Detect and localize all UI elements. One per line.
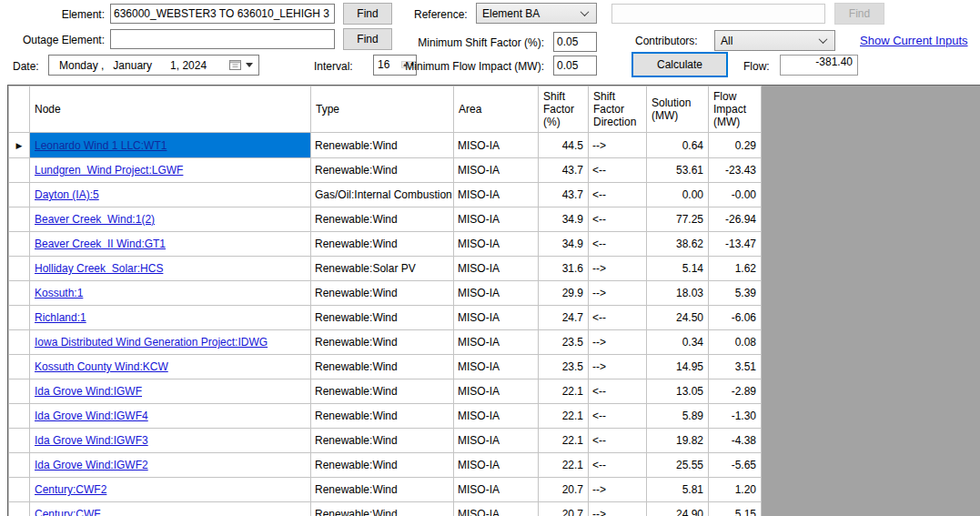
flow-impact-cell[interactable]: -23.43 xyxy=(709,158,762,183)
flow-impact-cell[interactable]: -2.89 xyxy=(709,379,762,404)
area-cell[interactable]: MISO-IA xyxy=(454,453,539,478)
solution-cell[interactable]: 38.62 xyxy=(647,232,709,257)
node-link[interactable]: Lundgren Wind Project:LGWF xyxy=(35,164,183,177)
node-cell[interactable]: Beaver Creek II Wind:GT1 xyxy=(30,232,311,257)
node-link[interactable]: Holliday Creek Solar:HCS xyxy=(35,262,163,275)
area-cell[interactable]: MISO-IA xyxy=(454,183,539,207)
column-header-type[interactable]: Type xyxy=(311,86,454,133)
node-cell[interactable]: Ida Grove Wind:IGWF3 xyxy=(30,429,311,453)
node-link[interactable]: Ida Grove Wind:IGWF4 xyxy=(35,410,148,422)
solution-cell[interactable]: 5.81 xyxy=(647,478,709,502)
solution-cell[interactable]: 18.03 xyxy=(647,281,709,306)
shift-factor-cell[interactable]: 43.7 xyxy=(539,183,589,207)
shift-factor-direction-cell[interactable]: --> xyxy=(589,478,647,502)
shift-factor-direction-cell[interactable]: <-- xyxy=(589,379,647,404)
node-cell[interactable]: Kossuth:1 xyxy=(30,281,311,306)
shift-factor-cell[interactable]: 31.6 xyxy=(539,257,589,281)
row-selector-cell[interactable] xyxy=(9,158,30,183)
flow-impact-cell[interactable]: 0.29 xyxy=(709,133,762,158)
min-shift-factor-input[interactable] xyxy=(553,32,597,52)
shift-factor-direction-cell[interactable]: <-- xyxy=(589,453,647,478)
area-cell[interactable]: MISO-IA xyxy=(454,478,539,502)
area-cell[interactable]: MISO-IA xyxy=(454,257,539,281)
node-cell[interactable]: Holliday Creek Solar:HCS xyxy=(30,257,311,281)
type-cell[interactable]: Renewable:Wind xyxy=(311,379,454,404)
area-cell[interactable]: MISO-IA xyxy=(454,379,539,404)
type-cell[interactable]: Renewable:Wind xyxy=(311,478,454,502)
shift-factor-cell[interactable]: 34.9 xyxy=(539,232,589,257)
date-picker[interactable]: Monday , January 1, 2024 xyxy=(48,55,259,76)
show-current-inputs-link[interactable]: Show Current Inputs xyxy=(860,34,968,47)
node-cell[interactable]: Century:CWF xyxy=(30,502,311,516)
row-selector-cell[interactable] xyxy=(9,232,30,257)
type-cell[interactable]: Renewable:Wind xyxy=(311,404,454,429)
area-cell[interactable]: MISO-IA xyxy=(454,281,539,306)
flow-impact-cell[interactable]: -5.65 xyxy=(709,453,762,478)
node-cell[interactable]: Century:CWF2 xyxy=(30,478,311,502)
solution-cell[interactable]: 5.14 xyxy=(647,257,709,281)
shift-factor-direction-cell[interactable]: --> xyxy=(589,257,647,281)
solution-cell[interactable]: 24.50 xyxy=(647,306,709,330)
node-link[interactable]: Century:CWF xyxy=(35,508,101,516)
outage-element-input[interactable] xyxy=(110,29,335,49)
shift-factor-cell[interactable]: 43.7 xyxy=(539,158,589,183)
node-link[interactable]: Ida Grove Wind:IGWF2 xyxy=(35,459,148,471)
node-link[interactable]: Beaver Creek II Wind:GT1 xyxy=(35,238,166,250)
row-selector-cell[interactable] xyxy=(9,207,30,232)
reference-combobox[interactable]: Element BA xyxy=(476,3,597,24)
dropdown-arrow-icon[interactable] xyxy=(246,63,253,67)
area-cell[interactable]: MISO-IA xyxy=(454,207,539,232)
area-cell[interactable]: MISO-IA xyxy=(454,306,539,330)
type-cell[interactable]: Renewable:Wind xyxy=(311,306,454,330)
area-cell[interactable]: MISO-IA xyxy=(454,404,539,429)
row-selector-cell[interactable] xyxy=(9,379,30,404)
column-header-area[interactable]: Area xyxy=(454,86,539,133)
row-selector-cell[interactable]: ▶ xyxy=(9,133,30,158)
shift-factor-cell[interactable]: 20.7 xyxy=(539,502,589,516)
shift-factor-direction-cell[interactable]: <-- xyxy=(589,158,647,183)
element-input[interactable] xyxy=(110,4,335,24)
type-cell[interactable]: Renewable:Wind xyxy=(311,429,454,453)
node-cell[interactable]: Richland:1 xyxy=(30,306,311,330)
type-cell[interactable]: Renewable:Wind xyxy=(311,133,454,158)
min-flow-impact-input[interactable] xyxy=(553,56,597,76)
node-link[interactable]: Iowa Distributed Wind Generation Project… xyxy=(35,336,268,349)
column-header-flow-impact[interactable]: Flow Impact (MW) xyxy=(709,86,762,133)
flow-impact-cell[interactable]: -1.30 xyxy=(709,404,762,429)
node-link[interactable]: Beaver Creek Wind:1(2) xyxy=(35,213,155,226)
node-cell[interactable]: Ida Grove Wind:IGWF2 xyxy=(30,453,311,478)
type-cell[interactable]: Renewable:Wind xyxy=(311,281,454,306)
shift-factor-direction-cell[interactable]: <-- xyxy=(589,306,647,330)
solution-cell[interactable]: 0.34 xyxy=(647,330,709,355)
flow-impact-cell[interactable]: 0.08 xyxy=(709,330,762,355)
node-link[interactable]: Leonardo Wind 1 LLC:WT1 xyxy=(35,139,167,152)
row-selector-cell[interactable] xyxy=(9,502,30,516)
row-selector-cell[interactable] xyxy=(9,355,30,379)
row-selector-cell[interactable] xyxy=(9,306,30,330)
flow-impact-cell[interactable]: -6.06 xyxy=(709,306,762,330)
solution-cell[interactable]: 14.95 xyxy=(647,355,709,379)
shift-factor-direction-cell[interactable]: --> xyxy=(589,281,647,306)
shift-factor-cell[interactable]: 22.1 xyxy=(539,453,589,478)
solution-cell[interactable]: 0.64 xyxy=(647,133,709,158)
node-cell[interactable]: Lundgren Wind Project:LGWF xyxy=(30,158,311,183)
row-selector-cell[interactable] xyxy=(9,281,30,306)
flow-impact-cell[interactable]: 3.51 xyxy=(709,355,762,379)
shift-factor-cell[interactable]: 29.9 xyxy=(539,281,589,306)
shift-factor-cell[interactable]: 23.5 xyxy=(539,355,589,379)
solution-cell[interactable]: 53.61 xyxy=(647,158,709,183)
solution-cell[interactable]: 19.82 xyxy=(647,429,709,453)
area-cell[interactable]: MISO-IA xyxy=(454,502,539,516)
shift-factor-cell[interactable]: 22.1 xyxy=(539,379,589,404)
type-cell[interactable]: Gas/Oil:Internal Combustion xyxy=(311,183,454,207)
shift-factor-cell[interactable]: 22.1 xyxy=(539,429,589,453)
calculate-button[interactable]: Calculate xyxy=(631,52,728,77)
row-selector-cell[interactable] xyxy=(9,257,30,281)
flow-impact-cell[interactable]: 1.20 xyxy=(709,478,762,502)
flow-impact-cell[interactable]: -4.38 xyxy=(709,429,762,453)
outage-find-button[interactable]: Find xyxy=(343,28,392,50)
flow-impact-cell[interactable]: 1.62 xyxy=(709,257,762,281)
type-cell[interactable]: Renewable:Wind xyxy=(311,158,454,183)
shift-factor-cell[interactable]: 44.5 xyxy=(539,133,589,158)
shift-factor-cell[interactable]: 20.7 xyxy=(539,478,589,502)
